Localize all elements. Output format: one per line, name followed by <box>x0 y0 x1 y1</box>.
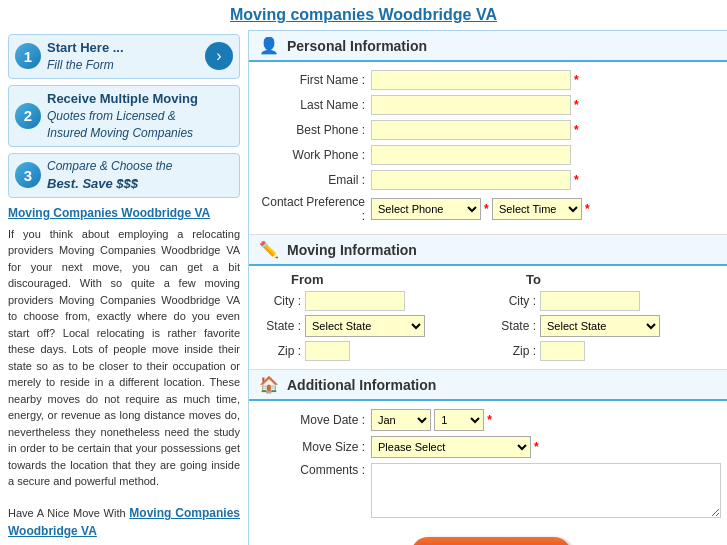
form-panel: 👤 Personal Information First Name : * La… <box>248 30 727 545</box>
first-name-input[interactable] <box>371 70 571 90</box>
step1-arrow[interactable]: › <box>205 42 233 70</box>
move-date-label: Move Date : <box>261 413 371 427</box>
last-name-required: * <box>574 98 579 112</box>
personal-section-header: 👤 Personal Information <box>249 31 727 62</box>
phone-type-select[interactable]: Select Phone Home Phone Cell Phone Work … <box>371 198 481 220</box>
move-day-select[interactable]: 12345 678910 1112131415 1617181920 21222… <box>434 409 484 431</box>
step2-item: 2 Receive Multiple Moving Quotes from Li… <box>8 85 240 147</box>
email-row: Email : * <box>261 170 721 190</box>
time-required: * <box>585 202 590 216</box>
personal-form-body: First Name : * Last Name : * Best Phone … <box>249 62 727 234</box>
work-phone-row: Work Phone : <box>261 145 721 165</box>
personal-icon: 👤 <box>259 36 279 55</box>
from-state-label: State : <box>261 319 301 333</box>
get-quotes-button[interactable]: Get Quotes <box>411 537 571 545</box>
from-city-row: City : <box>261 291 486 311</box>
comments-label: Comments : <box>261 463 371 477</box>
step1-number: 1 <box>15 43 41 69</box>
to-zip-label: Zip : <box>496 344 536 358</box>
first-name-row: First Name : * <box>261 70 721 90</box>
from-city-input[interactable] <box>305 291 405 311</box>
moving-section-header: ✏️ Moving Information <box>249 234 727 266</box>
moving-cols: From City : State : Select State VAMDDC … <box>249 266 727 369</box>
from-zip-input[interactable] <box>305 341 350 361</box>
to-zip-row: Zip : <box>496 341 721 361</box>
best-phone-label: Best Phone : <box>261 123 371 137</box>
step1-item: 1 Start Here ... Fill the Form › <box>8 34 240 79</box>
time-select[interactable]: Select Time Morning Afternoon Evening <box>492 198 582 220</box>
contact-pref-row: Contact Preference : Select Phone Home P… <box>261 195 721 223</box>
additional-section-header: 🏠 Additional Information <box>249 369 727 401</box>
step3-item: 3 Compare & Choose theBest. Save $$$ <box>8 153 240 198</box>
work-phone-input[interactable] <box>371 145 571 165</box>
move-month-select[interactable]: JanFebMarApr MayJunJulAug SepOctNovDec <box>371 409 431 431</box>
moving-icon: ✏️ <box>259 240 279 259</box>
best-phone-input[interactable] <box>371 120 571 140</box>
personal-section-title: Personal Information <box>287 38 427 54</box>
move-size-select[interactable]: Please Select Studio 1 Bedroom 2 Bedroom… <box>371 436 531 458</box>
last-name-input[interactable] <box>371 95 571 115</box>
step1-text: Start Here ... Fill the Form <box>47 39 199 74</box>
additional-form-body: Move Date : JanFebMarApr MayJunJulAug Se… <box>249 401 727 529</box>
email-required: * <box>574 173 579 187</box>
sidebar-link[interactable]: Moving Companies Woodbridge VA <box>8 206 240 220</box>
last-name-row: Last Name : * <box>261 95 721 115</box>
sidebar: 1 Start Here ... Fill the Form › 2 Recei… <box>0 28 248 545</box>
to-title: To <box>496 272 721 287</box>
best-phone-required: * <box>574 123 579 137</box>
to-zip-input[interactable] <box>540 341 585 361</box>
from-state-row: State : Select State VAMDDC CANYFLTX <box>261 315 486 337</box>
page-title: Moving companies Woodbridge VA <box>0 0 727 28</box>
step3-text: Compare & Choose theBest. Save $$$ <box>47 158 233 193</box>
comments-textarea[interactable] <box>371 463 721 518</box>
from-col: From City : State : Select State VAMDDC … <box>261 272 486 365</box>
step3-number: 3 <box>15 162 41 188</box>
from-title: From <box>261 272 486 287</box>
email-label: Email : <box>261 173 371 187</box>
step2-number: 2 <box>15 103 41 129</box>
to-city-label: City : <box>496 294 536 308</box>
comments-row: Comments : <box>261 463 721 518</box>
move-date-row: Move Date : JanFebMarApr MayJunJulAug Se… <box>261 409 721 431</box>
best-phone-row: Best Phone : * <box>261 120 721 140</box>
from-state-select[interactable]: Select State VAMDDC CANYFLTX <box>305 315 425 337</box>
to-city-row: City : <box>496 291 721 311</box>
phone-type-required: * <box>484 202 489 216</box>
from-zip-row: Zip : <box>261 341 486 361</box>
first-name-label: First Name : <box>261 73 371 87</box>
move-date-required: * <box>487 413 492 427</box>
last-name-label: Last Name : <box>261 98 371 112</box>
sidebar-paragraph1: If you think about employing a relocatin… <box>8 226 240 490</box>
work-phone-label: Work Phone : <box>261 148 371 162</box>
from-city-label: City : <box>261 294 301 308</box>
to-state-row: State : Select State VAMDDC CANYFLTX <box>496 315 721 337</box>
move-size-required: * <box>534 440 539 454</box>
move-size-label: Move Size : <box>261 440 371 454</box>
email-input[interactable] <box>371 170 571 190</box>
to-state-select[interactable]: Select State VAMDDC CANYFLTX <box>540 315 660 337</box>
move-size-row: Move Size : Please Select Studio 1 Bedro… <box>261 436 721 458</box>
to-state-label: State : <box>496 319 536 333</box>
to-city-input[interactable] <box>540 291 640 311</box>
additional-icon: 🏠 <box>259 375 279 394</box>
contact-pref-label: Contact Preference : <box>261 195 371 223</box>
first-name-required: * <box>574 73 579 87</box>
from-zip-label: Zip : <box>261 344 301 358</box>
step2-text: Receive Multiple Moving Quotes from Lice… <box>47 90 233 142</box>
additional-section-title: Additional Information <box>287 377 436 393</box>
moving-section-title: Moving Information <box>287 242 417 258</box>
to-col: To City : State : Select State VAMDDC CA… <box>496 272 721 365</box>
sidebar-paragraph2: Have A Nice Move With Moving Companies W… <box>8 504 240 540</box>
